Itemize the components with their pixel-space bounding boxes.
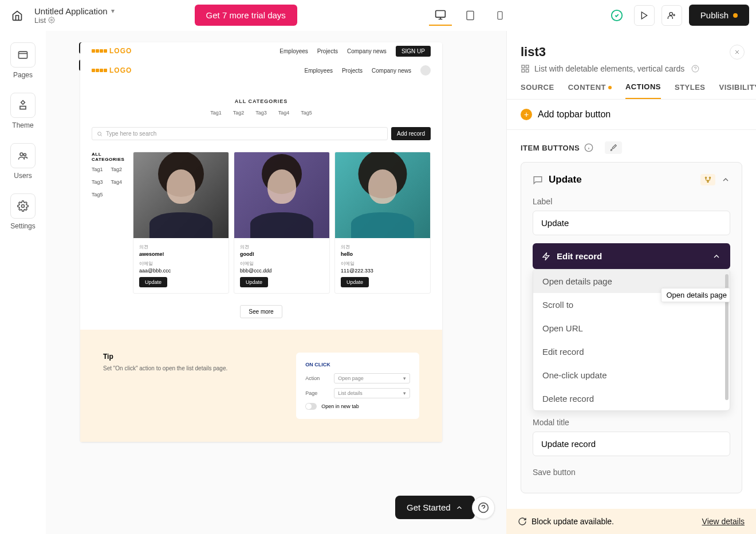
- help-button[interactable]: [472, 496, 495, 519]
- tablet-device-button[interactable]: [459, 5, 482, 26]
- trial-button[interactable]: Get 7 more trial days: [195, 5, 297, 26]
- plus-icon: +: [521, 109, 532, 120]
- list-card-2[interactable]: 의견 good! 이메일 bbb@ccc.ddd Update: [234, 152, 330, 294]
- nav-projects-1[interactable]: Projects: [317, 48, 338, 54]
- avatar[interactable]: [420, 65, 431, 76]
- tab-styles[interactable]: STYLES: [675, 82, 706, 99]
- tab-source[interactable]: SOURCE: [521, 82, 554, 99]
- rail-item-theme[interactable]: Theme: [10, 93, 36, 129]
- modal-title-input[interactable]: [533, 432, 730, 456]
- dropdown-open-url[interactable]: Open URL: [533, 317, 730, 340]
- tip-action-select[interactable]: Open page▾: [334, 373, 410, 383]
- dropdown-tooltip: Open details page: [661, 288, 730, 302]
- right-panel-subtitle-row: List with deletable elements, vertical c…: [521, 64, 742, 73]
- logo-2[interactable]: LOGO: [92, 66, 132, 74]
- side-tag-5[interactable]: Tag5: [92, 192, 103, 197]
- item-buttons-label: ITEM BUTTONS: [521, 144, 580, 152]
- banner-view-details-link[interactable]: View details: [702, 517, 745, 526]
- publish-indicator-dot: [733, 13, 738, 18]
- list-card-3[interactable]: 의견 hello 이메일 111@222.333 Update: [334, 152, 431, 294]
- action-dropdown-menu: Open details page Scroll to Open URL Edi…: [533, 269, 730, 411]
- list-card-1[interactable]: 의견 awesome! 이메일 aaa@bbb.ccc Update: [133, 152, 229, 294]
- edit-record-dropdown-trigger[interactable]: Edit record: [533, 243, 730, 269]
- chevron-up-icon: [455, 504, 463, 512]
- publish-button[interactable]: Publish: [689, 5, 749, 26]
- svg-rect-16: [522, 69, 525, 72]
- topbar-left: Untitled Application ▾ List: [7, 5, 115, 26]
- tag-3[interactable]: Tag3: [255, 110, 267, 116]
- tag-1[interactable]: Tag1: [210, 110, 222, 116]
- new-tab-label: Open in new tab: [321, 404, 359, 409]
- tab-content[interactable]: CONTENT: [568, 82, 612, 99]
- card3-update-button[interactable]: Update: [341, 277, 369, 287]
- app-title-row[interactable]: Untitled Application ▾: [34, 6, 115, 16]
- label-input[interactable]: [533, 211, 730, 235]
- card1-label2: 이메일: [139, 260, 223, 267]
- side-tag-1[interactable]: Tag1: [92, 167, 103, 172]
- mobile-device-button[interactable]: [489, 5, 511, 26]
- grid-icon: [521, 64, 530, 73]
- nav-company-news-1[interactable]: Company news: [347, 48, 387, 54]
- nav-employees-2[interactable]: Employees: [304, 68, 332, 74]
- label-field-label: Label: [533, 197, 730, 206]
- theme-icon: [17, 100, 29, 111]
- app-title: Untitled Application: [34, 6, 108, 16]
- preview-frame: LOGO Employees Projects Company news SIG…: [80, 42, 442, 442]
- nav-company-news-2[interactable]: Company news: [372, 68, 411, 74]
- nav-employees-1[interactable]: Employees: [279, 48, 308, 54]
- add-record-button[interactable]: Add record: [391, 127, 431, 140]
- dropdown-one-click[interactable]: One-click update: [533, 363, 730, 387]
- close-icon: [734, 49, 741, 56]
- app-title-area: Untitled Application ▾ List: [34, 6, 115, 25]
- message-icon: [533, 175, 543, 185]
- right-panel-tabs: SOURCE CONTENT ACTIONS STYLES VISIBILITY: [507, 73, 756, 100]
- tag-4[interactable]: Tag4: [278, 110, 290, 116]
- search-input[interactable]: Type here to search: [92, 127, 388, 140]
- card3-label1: 의견: [341, 244, 424, 250]
- tab-actions[interactable]: ACTIONS: [625, 82, 661, 99]
- card1-update-button[interactable]: Update: [139, 277, 167, 287]
- preview-header-1: LOGO Employees Projects Company news SIG…: [80, 42, 442, 60]
- card-row: 의견 awesome! 이메일 aaa@bbb.ccc Update 의견 go…: [133, 152, 431, 294]
- help-icon[interactable]: [691, 65, 699, 73]
- close-button[interactable]: [730, 45, 745, 60]
- tag-2[interactable]: Tag2: [233, 110, 245, 116]
- signup-button[interactable]: SIGN UP: [396, 46, 431, 57]
- home-icon: [11, 10, 23, 21]
- add-topbar-button-row[interactable]: + Add topbar button: [521, 109, 742, 129]
- add-user-button[interactable]: [662, 5, 682, 26]
- desktop-device-button[interactable]: [429, 5, 452, 26]
- collapse-icon[interactable]: [721, 175, 730, 184]
- play-button[interactable]: [634, 5, 655, 26]
- side-tag-2[interactable]: Tag2: [111, 167, 123, 172]
- tip-page-select[interactable]: List details▾: [334, 388, 410, 398]
- side-tag-4[interactable]: Tag4: [111, 179, 123, 185]
- see-more-button[interactable]: See more: [240, 305, 282, 318]
- card2-update-button[interactable]: Update: [240, 277, 268, 287]
- dropdown-delete-record[interactable]: Delete record: [533, 387, 730, 410]
- tip-text: Set "On click" action to open the list d…: [103, 365, 227, 371]
- rail-item-settings[interactable]: Settings: [10, 193, 36, 230]
- branch-button[interactable]: [700, 174, 715, 185]
- refresh-icon: [518, 517, 527, 526]
- nav-projects-2[interactable]: Projects: [342, 68, 363, 74]
- dropdown-edit-record[interactable]: Edit record: [533, 340, 730, 363]
- rail-item-users[interactable]: Users: [10, 143, 36, 180]
- tag-row: Tag1 Tag2 Tag3 Tag4 Tag5: [92, 110, 431, 116]
- home-button[interactable]: [7, 5, 27, 26]
- status-check-button[interactable]: [607, 5, 627, 26]
- side-tag-3[interactable]: Tag3: [92, 179, 103, 185]
- new-tab-toggle[interactable]: [305, 403, 317, 410]
- update-banner: Block update available. View details: [506, 509, 756, 534]
- preview-main: ALL CATEGORIES Tag1 Tag2 Tag3 Tag4 Tag5 …: [80, 146, 442, 299]
- tag-5[interactable]: Tag5: [301, 110, 312, 116]
- tab-visibility[interactable]: VISIBILITY: [719, 82, 756, 99]
- get-started-button[interactable]: Get Started: [395, 496, 475, 519]
- side-tags: ALL CATEGORIES Tag1 Tag2 Tag3 Tag4 Tag5: [92, 152, 126, 294]
- logo-1[interactable]: LOGO: [92, 47, 132, 55]
- style-chip[interactable]: [605, 141, 622, 154]
- breadcrumb[interactable]: List: [34, 16, 115, 25]
- info-icon[interactable]: [584, 143, 593, 152]
- tip-band: Tip Set "On click" action to open the li…: [80, 330, 442, 442]
- rail-item-pages[interactable]: Pages: [10, 42, 36, 79]
